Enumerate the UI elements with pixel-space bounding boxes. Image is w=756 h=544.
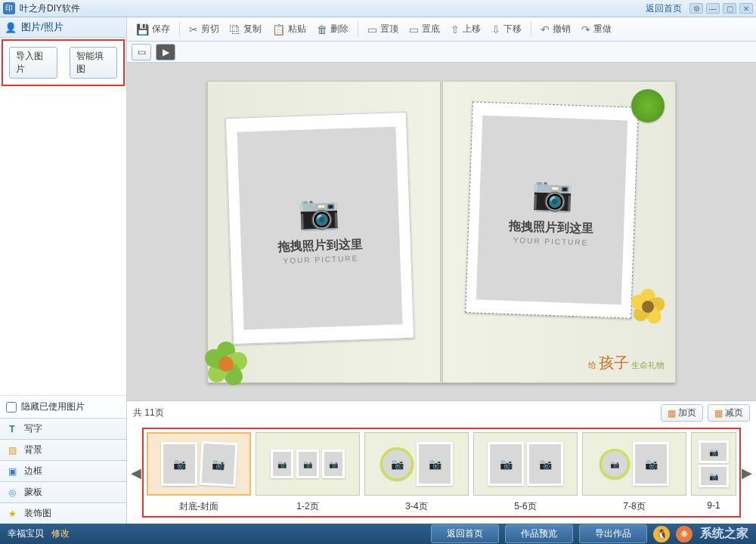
sidebar-item-border[interactable]: ▣ 边框 <box>0 460 126 481</box>
send-back-button[interactable]: ▭置底 <box>404 20 445 38</box>
person-icon: 👤 <box>5 22 17 33</box>
footer-export-button[interactable]: 导出作品 <box>579 524 647 543</box>
copy-icon: ⿻ <box>230 23 240 36</box>
thumb-prev-button[interactable]: ◀ <box>130 439 142 507</box>
footer-home-button[interactable]: 返回首页 <box>431 524 499 543</box>
undo-button[interactable]: ↶撤销 <box>536 20 575 38</box>
mode-page-button[interactable]: ▭ <box>132 44 151 60</box>
smart-fill-button[interactable]: 智能填图 <box>70 47 118 79</box>
preview-icon: ▶ <box>163 47 169 57</box>
minimize-icon[interactable]: — <box>706 3 720 14</box>
cut-button[interactable]: ✂剪切 <box>184 20 224 38</box>
ribbon-text: 给 孩子 生命礼物 <box>588 352 665 373</box>
move-up-button[interactable]: ⇧上移 <box>446 20 485 38</box>
modebar: ▭ ▶ <box>127 42 756 63</box>
minus-icon: ▦ <box>714 408 723 419</box>
photo-placeholder-right[interactable]: 📷 拖拽照片到这里 YOUR PICTURE <box>465 101 639 319</box>
page-left[interactable]: 📷 拖拽照片到这里 YOUR PICTURE <box>207 81 441 383</box>
canvas-area[interactable]: 📷 拖拽照片到这里 YOUR PICTURE <box>127 63 756 400</box>
flower-decoration <box>630 289 666 325</box>
remove-page-button[interactable]: ▦减页 <box>708 404 750 422</box>
redo-button[interactable]: ↷重做 <box>577 20 616 38</box>
project-name: 幸福宝贝 <box>8 527 44 540</box>
thumbnail-bar: 共 11页 ▦加页 ▦减页 ◀ 📷📷 封底-封面 📷📷📷 1-2页 <box>127 400 756 524</box>
thumb-3-4[interactable]: 📷📷 3-4页 <box>364 432 469 513</box>
redo-icon: ↷ <box>581 23 590 36</box>
import-image-button[interactable]: 导入图片 <box>9 47 57 79</box>
text-icon: T <box>6 423 18 435</box>
sidebar-header-label: 图片/照片 <box>21 20 64 34</box>
mode-preview-button[interactable]: ▶ <box>156 44 175 60</box>
footer: 幸福宝贝 修改 返回首页 作品预览 导出作品 🐧 ❋ 系统之家 <box>0 524 756 544</box>
sidebar-item-mask[interactable]: ◎ 蒙板 <box>0 481 126 502</box>
watermark: 系统之家 <box>700 526 748 542</box>
send-back-icon: ▭ <box>409 23 419 36</box>
book-spread: 📷 拖拽照片到这里 YOUR PICTURE <box>207 81 676 383</box>
flower-decoration <box>203 342 249 387</box>
thumb-9-10[interactable]: 📷📷 9-1 <box>691 432 736 511</box>
thumb-7-8[interactable]: 📷📷 7-8页 <box>582 432 686 513</box>
page-right[interactable]: 📷 拖拽照片到这里 YOUR PICTURE <box>442 81 676 383</box>
app-title: 叶之舟DIY软件 <box>20 2 80 15</box>
border-icon: ▣ <box>6 465 18 478</box>
hide-used-row[interactable]: 隐藏已使用图片 <box>0 395 126 418</box>
delete-button[interactable]: 🗑删除 <box>312 20 353 38</box>
sidebar-item-label: 边框 <box>24 465 42 478</box>
copy-button[interactable]: ⿻复制 <box>225 20 266 38</box>
mask-icon: ◎ <box>6 487 18 499</box>
thumb-1-2[interactable]: 📷📷📷 1-2页 <box>256 432 360 513</box>
star-icon: ★ <box>6 508 18 520</box>
arrow-down-icon: ⇩ <box>491 23 500 36</box>
photo-placeholder-left[interactable]: 📷 拖拽照片到这里 YOUR PICTURE <box>225 111 414 344</box>
titlebar: 印 叶之舟DIY软件 返回首页 ⚙ — ▢ ✕ <box>0 0 756 17</box>
trash-icon: 🗑 <box>317 23 327 36</box>
bring-front-icon: ▭ <box>367 23 377 36</box>
sidebar-item-label: 背景 <box>24 444 42 456</box>
sidebar-header: 👤 图片/照片 <box>0 17 126 38</box>
thumb-5-6[interactable]: 📷📷 5-6页 <box>473 432 578 513</box>
plus-icon: ▦ <box>668 408 676 419</box>
maximize-icon[interactable]: ▢ <box>723 3 736 14</box>
import-row: 导入图片 智能填图 <box>2 39 125 86</box>
sidebar-item-label: 写字 <box>24 422 42 435</box>
toolbar: 💾保存 ✂剪切 ⿻复制 📋粘贴 🗑删除 ▭置顶 ▭置底 ⇧上移 ⇩下移 ↶撤销 … <box>127 17 756 42</box>
paste-icon: 📋 <box>272 23 285 36</box>
sidebar-item-text[interactable]: T 写字 <box>0 418 126 439</box>
modify-link[interactable]: 修改 <box>51 527 70 540</box>
undo-icon: ↶ <box>541 23 550 36</box>
sidebar-item-label: 装饰图 <box>24 507 51 520</box>
button-decoration <box>631 89 665 122</box>
footer-preview-button[interactable]: 作品预览 <box>505 524 573 543</box>
page-count: 共 11页 <box>133 406 164 419</box>
penguin-icon[interactable]: 🐧 <box>653 526 670 542</box>
thumb-next-button[interactable]: ▶ <box>741 439 753 507</box>
settings-icon[interactable]: ⚙ <box>689 3 703 14</box>
page-icon: ▭ <box>138 47 146 57</box>
close-icon[interactable]: ✕ <box>739 3 753 14</box>
camera-icon: 📷 <box>298 192 341 233</box>
cut-icon: ✂ <box>189 23 198 36</box>
sidebar-item-decoration[interactable]: ★ 装饰图 <box>0 502 126 524</box>
thumb-cover[interactable]: 📷📷 封底-封面 <box>147 432 251 513</box>
sidebar-item-label: 蒙板 <box>24 486 42 499</box>
share-icon[interactable]: ❋ <box>676 526 692 542</box>
move-down-button[interactable]: ⇩下移 <box>487 20 526 38</box>
app-icon: 印 <box>3 2 15 14</box>
background-icon: ▨ <box>6 444 18 456</box>
save-icon: 💾 <box>136 23 149 36</box>
sidebar-item-background[interactable]: ▨ 背景 <box>0 439 126 460</box>
arrow-up-icon: ⇧ <box>451 23 460 36</box>
home-link[interactable]: 返回首页 <box>646 2 682 15</box>
hide-used-label: 隐藏已使用图片 <box>21 400 85 413</box>
camera-icon: 📷 <box>531 174 574 215</box>
save-button[interactable]: 💾保存 <box>132 20 175 38</box>
image-panel-empty <box>0 88 126 395</box>
hide-used-checkbox[interactable] <box>6 402 17 413</box>
bring-front-button[interactable]: ▭置顶 <box>363 20 403 38</box>
add-page-button[interactable]: ▦加页 <box>661 404 703 422</box>
paste-button[interactable]: 📋粘贴 <box>268 20 311 38</box>
thumbnails: 📷📷 封底-封面 📷📷📷 1-2页 📷📷 3-4页 📷📷 5-6页 <box>142 428 741 518</box>
sidebar: 👤 图片/照片 导入图片 智能填图 隐藏已使用图片 T 写字 ▨ 背景 ▣ 边框… <box>0 17 127 524</box>
